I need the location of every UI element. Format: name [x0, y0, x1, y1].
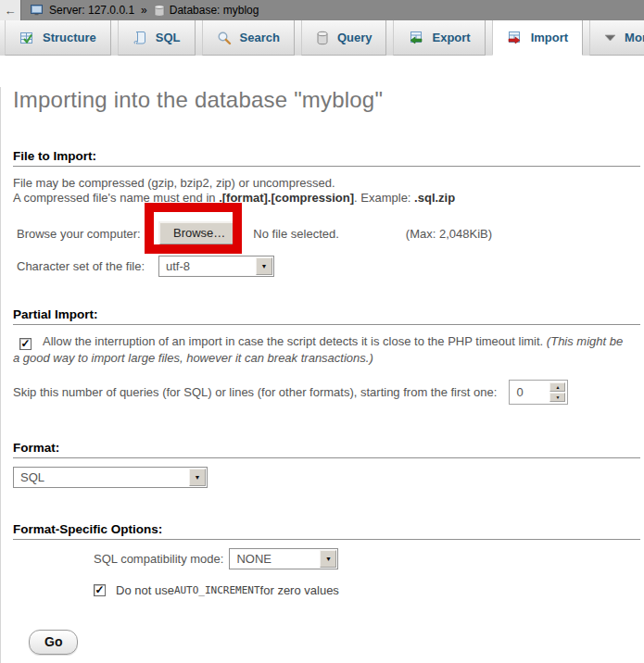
sql-compatibility-label: SQL compatibility mode:	[94, 552, 223, 566]
format-select[interactable]: SQL ▼	[13, 467, 208, 488]
info-format-pattern: .[format].[compression]	[219, 191, 354, 205]
format-selected-value: SQL	[14, 470, 51, 484]
query-database-icon	[316, 31, 329, 45]
sql-document-icon	[133, 31, 147, 45]
tab-more[interactable]: More	[589, 20, 644, 56]
tab-import[interactable]: Import	[492, 20, 583, 56]
breadcrumb-server[interactable]: Server: 127.0.0.1	[49, 4, 134, 17]
info-line2-mid: . Example:	[354, 191, 414, 205]
auto-increment-row: ✓Do not use AUTO_INCREMENT for zero valu…	[94, 583, 644, 597]
go-button[interactable]: Go	[29, 630, 78, 655]
database-icon	[154, 5, 165, 17]
tab-label: Search	[240, 31, 280, 44]
auto-increment-label-suffix: for zero values	[260, 583, 339, 597]
charset-select[interactable]: utf-8 ▼	[158, 256, 274, 277]
back-button[interactable]: ←	[0, 0, 21, 20]
tab-label: Import	[531, 31, 568, 44]
auto-increment-label-prefix: Do not use	[116, 583, 174, 597]
skip-queries-row: Skip this number of queries (for SQL) or…	[13, 380, 644, 405]
charset-label: Character set of the file:	[17, 259, 158, 273]
dropdown-arrow-icon[interactable]: ▼	[320, 550, 336, 568]
dropdown-arrow-icon[interactable]: ▼	[189, 469, 206, 486]
import-icon	[507, 31, 523, 45]
tab-structure[interactable]: Structure	[5, 20, 111, 56]
page-title: Importing into the database "myblog"	[13, 87, 644, 113]
breadcrumb: Server: 127.0.0.1 » Database: myblog	[31, 4, 259, 17]
tab-export[interactable]: Export	[393, 20, 485, 56]
skip-queries-label: Skip this number of queries (for SQL) or…	[13, 385, 497, 399]
auto-increment-code: AUTO_INCREMENT	[174, 584, 260, 596]
browse-label: Browse your computer:	[17, 227, 158, 241]
file-upload-row: Browse your computer: Browse… No file se…	[17, 220, 644, 246]
tab-label: Query	[337, 31, 373, 44]
section-heading-file-to-import: File to Import:	[13, 149, 640, 167]
browse-button[interactable]: Browse…	[158, 221, 240, 245]
spin-up-icon[interactable]: ▲	[549, 382, 565, 392]
tab-label: More	[625, 31, 644, 44]
tab-bar: Structure SQL Search Query	[0, 20, 644, 56]
chevron-down-icon	[604, 34, 616, 42]
tab-query[interactable]: Query	[301, 20, 387, 56]
allow-interruption-row: ✓Allow the interruption of an import in …	[13, 333, 632, 366]
tab-label: SQL	[156, 31, 181, 44]
charset-selected-value: utf-8	[159, 259, 196, 273]
tab-label: Structure	[43, 31, 96, 44]
tab-label: Export	[432, 31, 470, 44]
tab-sql[interactable]: SQL	[118, 20, 196, 56]
skip-queries-value: 0	[511, 385, 549, 399]
info-line1: File may be compressed (gzip, bzip2, zip…	[13, 176, 335, 190]
structure-table-icon	[19, 31, 34, 45]
dropdown-arrow-icon[interactable]: ▼	[256, 257, 272, 275]
breadcrumb-separator: »	[141, 4, 147, 17]
skip-queries-input[interactable]: 0 ▲ ▼	[509, 380, 568, 405]
info-line2-prefix: A compressed file's name must end in	[13, 191, 219, 205]
info-example: .sql.zip	[414, 191, 455, 205]
search-icon	[217, 31, 232, 45]
spin-down-icon[interactable]: ▼	[549, 393, 565, 402]
section-heading-format: Format:	[13, 441, 640, 458]
go-row: Go	[29, 630, 644, 655]
tab-search[interactable]: Search	[202, 20, 295, 56]
compression-info: File may be compressed (gzip, bzip2, zip…	[13, 176, 644, 206]
format-row: SQL ▼	[13, 467, 644, 488]
sql-compatibility-row: SQL compatibility mode: NONE ▼	[94, 548, 644, 569]
monitor-icon	[31, 5, 44, 17]
section-heading-partial-import: Partial Import:	[13, 307, 640, 325]
allow-interruption-checkbox[interactable]: ✓	[19, 338, 32, 350]
breadcrumb-database[interactable]: Database: myblog	[170, 4, 259, 17]
export-icon	[408, 31, 423, 45]
sql-compatibility-value: NONE	[230, 552, 278, 566]
charset-row: Character set of the file: utf-8 ▼	[17, 256, 644, 277]
auto-increment-checkbox[interactable]: ✓	[94, 584, 106, 596]
sql-compatibility-select[interactable]: NONE ▼	[229, 548, 338, 569]
allow-interruption-label: Allow the interruption of an import in c…	[43, 334, 543, 348]
max-upload-size: (Max: 2,048KiB)	[406, 227, 492, 241]
section-heading-format-specific: Format-Specific Options:	[13, 522, 640, 540]
import-page: Importing into the database "myblog" Fil…	[0, 87, 644, 663]
breadcrumb-bar: ← Server: 127.0.0.1 » Database: myblog	[0, 0, 644, 20]
no-file-selected-text: No file selected.	[253, 227, 339, 241]
